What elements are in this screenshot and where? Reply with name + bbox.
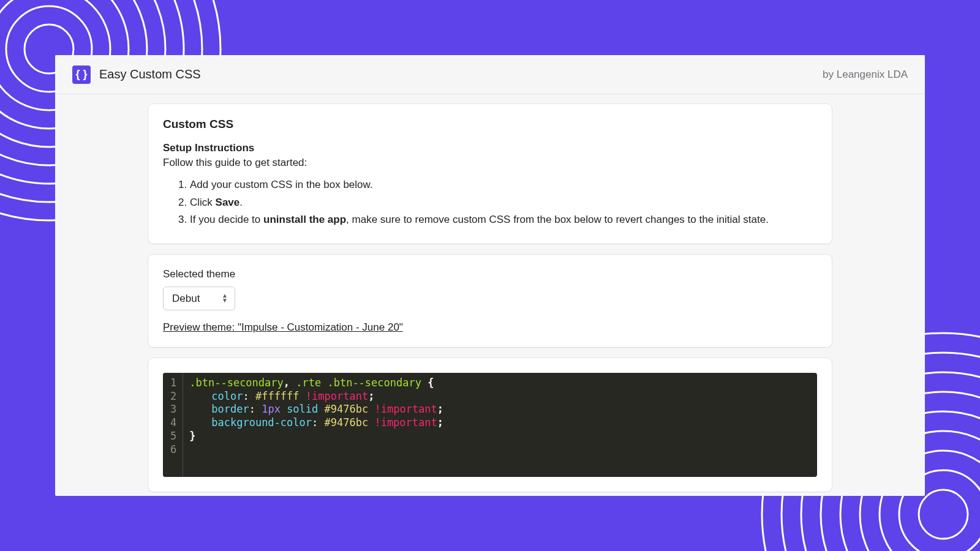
step-2-prefix: Click	[190, 197, 216, 208]
app-title: Easy Custom CSS	[99, 67, 201, 81]
step-2-bold: Save	[216, 197, 240, 208]
content-area: Custom CSS Setup Instructions Follow thi…	[55, 94, 925, 492]
setup-step-2: Click Save.	[190, 195, 817, 211]
step-3-prefix: If you decide to	[190, 214, 263, 225]
preview-theme-link[interactable]: Preview theme: "Impulse - Customization …	[163, 321, 403, 334]
code-important: !important	[374, 416, 437, 429]
code-property: border	[211, 403, 249, 415]
code-important: !important	[374, 403, 437, 415]
app-logo-icon: { }	[72, 66, 91, 84]
code-colon: :	[312, 416, 324, 429]
line-number: 6	[169, 443, 178, 457]
code-hex: #9476bc	[325, 403, 369, 415]
theme-label: Selected theme	[163, 268, 817, 280]
code-semicolon: ;	[368, 390, 374, 402]
editor-code-lines[interactable]: .btn--secondary, .rte .btn--secondary { …	[183, 373, 817, 477]
code-property: color	[211, 390, 243, 402]
line-number: 3	[169, 403, 178, 416]
code-value: solid	[287, 403, 318, 415]
code-comma: ,	[284, 377, 296, 389]
app-header: { } Easy Custom CSS by Leangenix LDA	[55, 55, 925, 94]
code-semicolon: ;	[437, 416, 443, 429]
css-code-editor[interactable]: 1 2 3 4 5 6 .btn--secondary, .rte .btn--…	[163, 373, 817, 477]
code-number: 1px	[262, 403, 281, 415]
step-3-suffix: , make sure to remove custom CSS from th…	[346, 214, 769, 225]
card-title: Custom CSS	[163, 118, 817, 131]
setup-step-1: Add your custom CSS in the box below.	[190, 178, 817, 193]
editor-gutter: 1 2 3 4 5 6	[163, 373, 183, 477]
step-2-suffix: .	[239, 197, 243, 208]
line-number: 1	[169, 377, 178, 390]
step-3-bold: uninstall the app	[263, 214, 346, 225]
step-1-text: Add your custom CSS in the box below.	[190, 179, 373, 190]
code-hex: #9476bc	[325, 416, 369, 429]
setup-step-3: If you decide to uninstall the app, make…	[190, 212, 817, 228]
theme-card: Selected theme Debut ▲▼ Preview theme: "…	[148, 255, 832, 347]
instructions-card: Custom CSS Setup Instructions Follow thi…	[148, 104, 832, 244]
theme-select-wrap: Debut ▲▼	[163, 287, 235, 310]
code-important: !important	[306, 390, 368, 402]
code-brace-open: {	[421, 377, 434, 389]
line-number: 2	[169, 390, 178, 403]
line-number: 4	[169, 416, 178, 430]
app-window: { } Easy Custom CSS by Leangenix LDA Cus…	[55, 55, 925, 496]
code-hex: #ffffff	[255, 390, 300, 402]
setup-steps-list: Add your custom CSS in the box below. Cl…	[163, 178, 817, 228]
line-number: 5	[169, 430, 178, 443]
svg-point-9	[919, 490, 968, 539]
code-colon: :	[243, 390, 255, 402]
theme-select[interactable]: Debut	[163, 287, 235, 310]
setup-subtext: Follow this guide to get started:	[163, 157, 817, 169]
setup-heading: Setup Instructions	[163, 142, 817, 154]
app-logo-glyph: { }	[75, 68, 87, 81]
code-semicolon: ;	[437, 403, 443, 415]
code-property: background-color	[211, 416, 312, 429]
editor-card: 1 2 3 4 5 6 .btn--secondary, .rte .btn--…	[148, 358, 832, 492]
code-selector: .rte .btn--secondary	[296, 377, 421, 389]
code-selector: .btn--secondary	[189, 377, 284, 389]
code-brace-close: }	[189, 430, 195, 442]
app-header-left: { } Easy Custom CSS	[72, 66, 201, 84]
code-colon: :	[249, 403, 262, 415]
app-byline: by Leangenix LDA	[823, 69, 908, 81]
